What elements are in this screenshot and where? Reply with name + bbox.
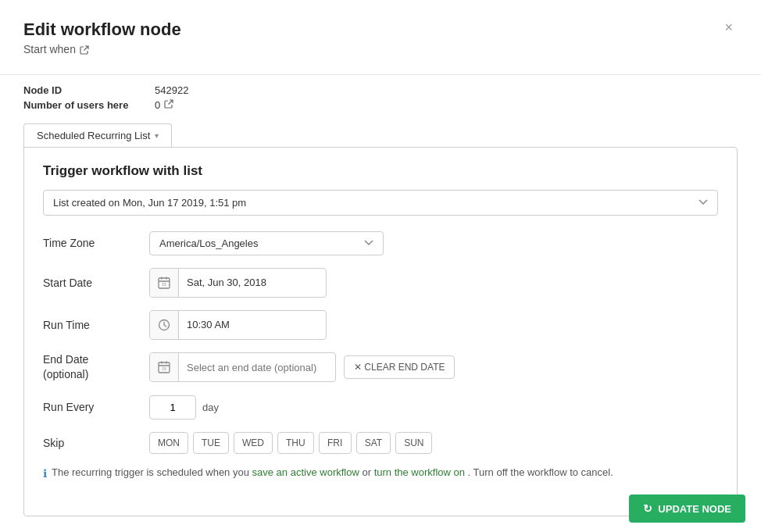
start-date-row: Start Date 15 bbox=[43, 268, 718, 298]
turn-on-link[interactable]: turn the workflow on bbox=[374, 466, 465, 478]
footer: ↻ UPDATE NODE bbox=[613, 485, 761, 532]
close-button[interactable]: × bbox=[720, 19, 738, 36]
update-node-button[interactable]: ↻ UPDATE NODE bbox=[629, 495, 745, 523]
run-every-controls: day bbox=[149, 395, 219, 420]
update-button-label: UPDATE NODE bbox=[658, 503, 731, 515]
day-button-sun[interactable]: SUN bbox=[395, 432, 432, 454]
run-every-unit: day bbox=[202, 402, 219, 413]
clock-icon bbox=[150, 311, 179, 339]
svg-text:15: 15 bbox=[162, 282, 166, 287]
list-select[interactable]: List created on Mon, Jun 17 2019, 1:51 p… bbox=[43, 190, 718, 216]
modal-subtitle: Start when bbox=[23, 43, 181, 55]
start-date-label: Start Date bbox=[43, 277, 137, 289]
tab-label: Scheduled Recurring List bbox=[37, 130, 150, 141]
run-every-input[interactable] bbox=[149, 395, 196, 420]
end-date-field[interactable] bbox=[179, 356, 335, 379]
info-text: ℹ The recurring trigger is scheduled whe… bbox=[43, 466, 718, 480]
tab-container: Scheduled Recurring List ▾ bbox=[23, 123, 738, 147]
node-id-value: 542922 bbox=[155, 84, 188, 96]
run-time-row: Run Time bbox=[43, 310, 718, 340]
tab-arrow: ▾ bbox=[155, 131, 159, 140]
save-workflow-link[interactable]: save an active workflow bbox=[252, 466, 359, 478]
day-button-mon[interactable]: MON bbox=[149, 432, 188, 454]
start-date-input-group: 15 bbox=[149, 268, 327, 298]
run-time-field[interactable] bbox=[179, 313, 326, 336]
scheduled-recurring-tab[interactable]: Scheduled Recurring List ▾ bbox=[23, 123, 172, 147]
users-label: Number of users here bbox=[23, 99, 148, 111]
run-every-label: Run Every bbox=[43, 401, 137, 413]
day-button-wed[interactable]: WED bbox=[234, 432, 273, 454]
timezone-select[interactable]: America/Los_Angeles bbox=[149, 231, 384, 255]
external-link-icon bbox=[80, 45, 89, 54]
start-date-field[interactable] bbox=[179, 271, 326, 294]
calendar-icon: 15 bbox=[150, 269, 179, 297]
info-message: The recurring trigger is scheduled when … bbox=[52, 466, 613, 478]
day-button-thu[interactable]: THU bbox=[277, 432, 314, 454]
day-button-tue[interactable]: TUE bbox=[193, 432, 229, 454]
day-button-fri[interactable]: FRI bbox=[319, 432, 352, 454]
end-date-controls: 15 ✕ CLEAR END DATE bbox=[149, 352, 455, 382]
svg-text:15: 15 bbox=[162, 366, 166, 371]
content-panel: Trigger workflow with list List created … bbox=[23, 147, 738, 516]
section-title: Trigger workflow with list bbox=[43, 163, 718, 179]
list-select-container: List created on Mon, Jun 17 2019, 1:51 p… bbox=[43, 190, 718, 216]
header-divider bbox=[0, 74, 761, 75]
skip-label: Skip bbox=[43, 437, 137, 449]
modal-title: Edit workflow node bbox=[23, 19, 181, 41]
end-calendar-icon: 15 bbox=[150, 353, 179, 381]
timezone-control: America/Los_Angeles bbox=[149, 231, 384, 255]
timezone-row: Time Zone America/Los_Angeles bbox=[43, 231, 718, 255]
days-row: MONTUEWEDTHUFRISATSUN bbox=[149, 432, 432, 454]
clear-end-date-button[interactable]: ✕ CLEAR END DATE bbox=[344, 355, 455, 379]
skip-row: Skip MONTUEWEDTHUFRISATSUN bbox=[43, 432, 718, 454]
meta-section: Node ID 542922 Number of users here 0 bbox=[23, 84, 738, 111]
users-row: Number of users here 0 bbox=[23, 99, 738, 111]
users-link-icon bbox=[164, 99, 173, 111]
node-id-label: Node ID bbox=[23, 84, 148, 96]
form-grid: Time Zone America/Los_Angeles Start Date bbox=[43, 231, 718, 454]
refresh-icon: ↻ bbox=[643, 502, 652, 515]
end-date-label: End Date (optional) bbox=[43, 352, 137, 383]
timezone-label: Time Zone bbox=[43, 237, 137, 249]
run-time-label: Run Time bbox=[43, 319, 137, 331]
users-value: 0 bbox=[155, 99, 173, 111]
node-id-row: Node ID 542922 bbox=[23, 84, 738, 96]
run-every-row: Run Every day bbox=[43, 395, 718, 420]
end-date-row: End Date (optional) 15 bbox=[43, 352, 718, 383]
end-date-input-group: 15 bbox=[149, 352, 336, 382]
run-time-input-group bbox=[149, 310, 327, 340]
day-button-sat[interactable]: SAT bbox=[356, 432, 391, 454]
info-icon: ℹ bbox=[43, 467, 47, 480]
